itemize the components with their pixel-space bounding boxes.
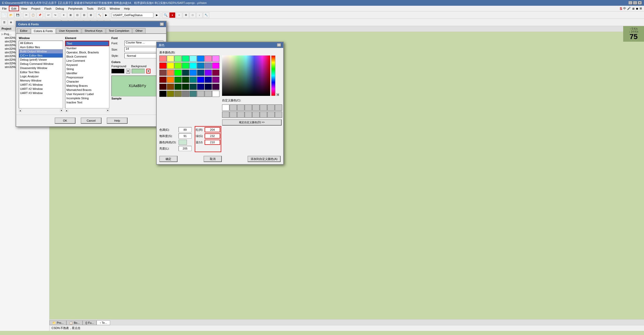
color-cell-39[interactable] [212,84,219,90]
window-scroll-down[interactable]: ▼ [60,109,63,112]
custom-cell-8[interactable] [222,111,229,118]
tab-editor[interactable]: Editor [17,28,30,33]
window-item-12[interactable]: UART #3 Window [19,91,63,95]
add-custom-color-btn[interactable]: 添加到自定义颜色(A) [248,156,281,162]
color-cell-9[interactable] [167,63,174,69]
color-close-btn[interactable]: ✕ [277,43,281,47]
custom-cell-13[interactable] [260,111,267,118]
color-cell-26[interactable] [174,77,182,83]
color-cell-36[interactable] [190,84,197,90]
window-item-3[interactable]: C/C++ Editor files [19,53,63,58]
lum-input[interactable] [179,146,192,151]
custom-cell-6[interactable] [267,104,275,111]
color-cell-21[interactable] [197,70,204,76]
cancel-btn[interactable]: Cancel [81,117,102,124]
element-item-inactive[interactable]: Inactive Text [65,100,109,104]
color-cell-0[interactable] [159,55,167,62]
custom-cell-10[interactable] [237,111,244,118]
color-cell-13[interactable] [197,63,204,69]
tab-shortcut[interactable]: Shortcut Keys [82,28,105,33]
window-item-11[interactable]: UART #2 Window [19,87,63,91]
color-cell-30[interactable] [205,77,212,83]
custom-cell-5[interactable] [260,104,267,111]
custom-cell-9[interactable] [230,111,237,118]
window-item-8[interactable]: Logic Analyzer [19,74,63,78]
element-item-incomplete[interactable]: Incomplete String [65,96,109,100]
element-item-block-comment[interactable]: Block Comment [65,54,109,59]
custom-cell-12[interactable] [252,111,260,118]
window-item-7[interactable]: Editor Text files [19,70,63,74]
window-item-2[interactable]: Build Output Window [19,49,63,53]
color-cell-18[interactable] [174,70,182,76]
color-cell-41[interactable] [167,91,174,97]
color-cell-28[interactable] [190,77,197,83]
fg-arrow[interactable]: ▼ [126,69,130,73]
color-cell-47[interactable] [212,91,219,97]
ok-btn[interactable]: OK [55,117,75,124]
color-cell-44[interactable] [190,91,197,97]
hue-down-arrow[interactable]: ◄ [276,93,279,96]
color-cell-29[interactable] [197,77,204,83]
color-cell-46[interactable] [205,91,212,97]
custom-cell-4[interactable] [252,104,260,111]
color-cell-3[interactable] [182,55,189,62]
window-item-10[interactable]: UART #1 Window [19,83,63,87]
bg-arrow[interactable]: ▼ [146,69,150,73]
window-list[interactable]: All Editors Asm Editor files Build Outpu… [19,41,63,108]
element-scroll-up[interactable]: ▲ [65,109,68,112]
element-item-user-keyword[interactable]: User Keyword / Label [65,92,109,96]
define-custom-btn[interactable]: 规定自定义颜色(D) >> [222,119,282,126]
element-item-string[interactable]: String [65,67,109,71]
element-item-number[interactable]: Number [65,46,109,50]
window-item-5[interactable]: Debug Command Window [19,62,63,66]
color-cell-20[interactable] [190,70,197,76]
blue-input[interactable] [205,140,220,145]
custom-cell-2[interactable] [237,104,244,111]
config-close-btn[interactable]: ✕ [160,22,164,26]
color-cell-32[interactable] [159,84,167,90]
green-input[interactable] [205,133,220,139]
element-item-preprocessor[interactable]: Preprocessor [65,75,109,79]
element-item-keyword[interactable]: Keyword [65,63,109,67]
sat-input[interactable] [179,133,192,139]
red-input[interactable] [205,127,220,132]
window-scroll-up[interactable]: ▲ [19,109,22,112]
color-cell-43[interactable] [182,91,189,97]
tab-colors-fonts[interactable]: Colors & Fonts [31,28,56,34]
color-cell-34[interactable] [174,84,182,90]
hue-bar[interactable] [271,55,275,96]
color-cell-42[interactable] [174,91,182,97]
window-item-4[interactable]: Debug (printf) Viewer [19,58,63,62]
element-list[interactable]: Text Number Operator, Block, Brackets Bl… [65,41,109,108]
color-cell-37[interactable] [197,84,204,90]
element-item-operator[interactable]: Operator, Block, Brackets [65,50,109,54]
color-cell-15[interactable] [212,63,219,69]
custom-cell-3[interactable] [245,104,252,111]
window-item-9[interactable]: Memory Window [19,78,63,83]
color-cell-11[interactable] [182,63,189,69]
color-cell-7[interactable] [212,55,219,62]
color-cell-17[interactable] [167,70,174,76]
tab-text-completion[interactable]: Text Completion [106,28,132,33]
config-dialog-controls[interactable]: ✕ [160,22,164,26]
color-cell-5[interactable] [197,55,204,62]
color-gradient-square[interactable] [222,55,270,96]
color-cell-8[interactable] [159,63,167,69]
color-cell-23[interactable] [212,70,219,76]
custom-cell-1[interactable] [230,104,237,111]
element-item-mismatched[interactable]: Mismatched Braces [65,88,109,92]
color-cancel-btn[interactable]: 取消 [204,156,222,162]
help-btn[interactable]: Help [107,117,128,124]
tab-other[interactable]: Other [132,28,146,33]
window-item-1[interactable]: Asm Editor files [19,45,63,49]
element-scroll-down[interactable]: ▼ [106,109,109,112]
element-item-identifier[interactable]: Identifier [65,71,109,75]
color-cell-31[interactable] [212,77,219,83]
color-cell-35[interactable] [182,84,189,90]
element-item-matching[interactable]: Matching Braces [65,84,109,88]
window-item-6[interactable]: Disassembly Window [19,66,63,70]
color-cell-1[interactable] [167,55,174,62]
custom-cell-11[interactable] [245,111,252,118]
custom-cell-7[interactable] [275,104,282,111]
element-item-text[interactable]: Text [65,41,109,46]
